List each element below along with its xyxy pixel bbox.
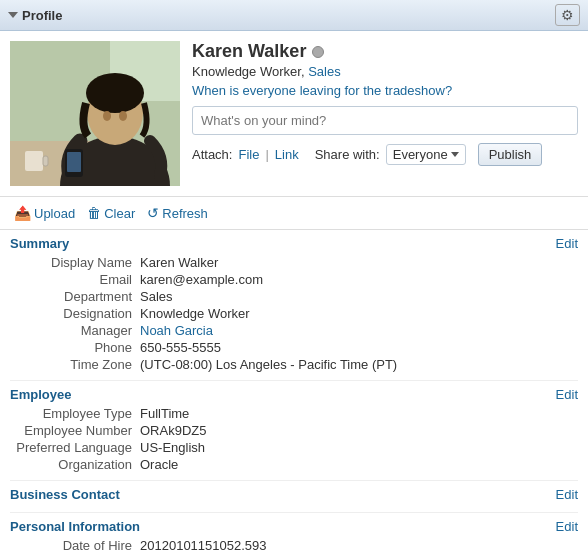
profile-job-title: Knowledge Worker, Sales [192,64,578,79]
svg-point-7 [86,73,144,113]
refresh-icon: ↺ [147,205,159,221]
table-row: Phone650-555-5555 [10,340,578,355]
profile-name-row: Karen Walker [192,41,578,62]
upload-button[interactable]: 📤 Upload [10,203,79,223]
table-row: DesignationKnowledge Worker [10,306,578,321]
table-row: Display NameKaren Walker [10,255,578,270]
summary-section: Summary Edit Display NameKaren WalkerEma… [10,230,578,381]
data-value: FullTime [140,406,189,421]
attach-row: Attach: File | Link Share with: Everyone… [192,143,578,166]
employee-edit-link[interactable]: Edit [556,387,578,402]
profile-info: Karen Walker Knowledge Worker, Sales Whe… [192,41,578,186]
data-value: US-English [140,440,205,455]
clear-button[interactable]: 🗑 Clear [83,203,139,223]
gear-button[interactable]: ⚙ [555,4,580,26]
data-value: (UTC-08:00) Los Angeles - Pacific Time (… [140,357,397,372]
data-value: karen@example.com [140,272,263,287]
data-label: Employee Type [10,406,140,421]
personal-info-edit-link[interactable]: Edit [556,519,578,534]
link-link[interactable]: Link [275,147,299,162]
data-label: Date of Hire [10,538,140,550]
publish-button[interactable]: Publish [478,143,543,166]
profile-header-title: Profile [8,8,62,23]
summary-edit-link[interactable]: Edit [556,236,578,251]
status-input[interactable] [192,106,578,135]
svg-rect-3 [25,151,43,171]
business-contact-edit-link[interactable]: Edit [556,487,578,502]
profile-main: Karen Walker Knowledge Worker, Sales Whe… [0,31,588,197]
data-value: ORAk9DZ5 [140,423,206,438]
personal-info-table: Date of Hire20120101151052.593 [10,538,578,550]
department-text: Sales [308,64,341,79]
job-title-text: Knowledge Worker, [192,64,305,79]
employee-table: Employee TypeFullTimeEmployee NumberORAk… [10,406,578,472]
table-row: OrganizationOracle [10,457,578,472]
table-row: Employee TypeFullTime [10,406,578,421]
file-link[interactable]: File [238,147,259,162]
svg-rect-4 [43,156,48,166]
data-label: Designation [10,306,140,321]
business-contact-title: Business Contact [10,487,120,502]
clear-icon: 🗑 [87,205,101,221]
table-row: Employee NumberORAk9DZ5 [10,423,578,438]
data-value: Knowledge Worker [140,306,250,321]
share-label: Share with: [315,147,380,162]
business-contact-section: Business Contact Edit [10,481,578,513]
data-label: Manager [10,323,140,338]
table-row: DepartmentSales [10,289,578,304]
employee-section: Employee Edit Employee TypeFullTimeEmplo… [10,381,578,481]
data-label: Phone [10,340,140,355]
table-row: Preferred LanguageUS-English [10,440,578,455]
employee-title: Employee [10,387,71,402]
upload-label: Upload [34,206,75,221]
refresh-button[interactable]: ↺ Refresh [143,203,212,223]
svg-point-9 [119,111,127,121]
summary-header: Summary Edit [10,236,578,251]
data-value: Oracle [140,457,178,472]
personal-info-header: Personal Information Edit [10,519,578,534]
content-area: Summary Edit Display NameKaren WalkerEma… [0,230,588,550]
data-value: Sales [140,289,173,304]
toolbar: 📤 Upload 🗑 Clear ↺ Refresh [0,197,588,230]
chevron-down-icon [451,152,459,157]
status-indicator [312,46,324,58]
data-label: Department [10,289,140,304]
data-label: Employee Number [10,423,140,438]
data-label: Display Name [10,255,140,270]
clear-label: Clear [104,206,135,221]
attach-label: Attach: [192,147,232,162]
data-label: Preferred Language [10,440,140,455]
table-row: ManagerNoah Garcia [10,323,578,338]
photo-placeholder [10,41,180,186]
table-row: Time Zone(UTC-08:00) Los Angeles - Pacif… [10,357,578,372]
svg-point-8 [103,111,111,121]
profile-name-text: Karen Walker [192,41,306,62]
employee-header: Employee Edit [10,387,578,402]
business-contact-header: Business Contact Edit [10,487,578,502]
personal-info-title: Personal Information [10,519,140,534]
personal-info-section: Personal Information Edit Date of Hire20… [10,513,578,550]
table-row: Date of Hire20120101151052.593 [10,538,578,550]
collapse-icon[interactable] [8,12,18,18]
data-value: Karen Walker [140,255,218,270]
header-title-label: Profile [22,8,62,23]
data-label: Email [10,272,140,287]
table-row: Emailkaren@example.com [10,272,578,287]
data-value: 650-555-5555 [140,340,221,355]
data-value[interactable]: Noah Garcia [140,323,213,338]
profile-question: When is everyone leaving for the tradesh… [192,83,578,98]
share-option-text: Everyone [393,147,448,162]
upload-icon: 📤 [14,205,31,221]
summary-title: Summary [10,236,69,251]
share-dropdown[interactable]: Everyone [386,144,466,165]
profile-header-bar: Profile ⚙ [0,0,588,31]
data-label: Time Zone [10,357,140,372]
data-value: 20120101151052.593 [140,538,267,550]
refresh-label: Refresh [162,206,208,221]
profile-image-svg [10,41,180,186]
profile-photo [10,41,180,186]
data-label: Organization [10,457,140,472]
svg-rect-11 [67,152,81,172]
summary-table: Display NameKaren WalkerEmailkaren@examp… [10,255,578,372]
